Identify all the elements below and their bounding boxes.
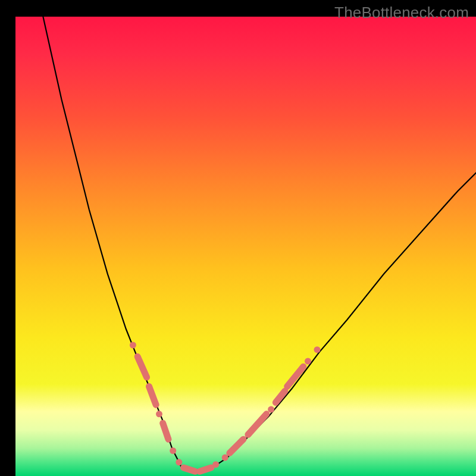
plot-background	[15, 17, 476, 476]
svg-line-8	[200, 468, 211, 471]
svg-line-7	[184, 468, 195, 471]
chart-container: TheBottleneck.com	[0, 0, 476, 476]
bottleneck-curve-chart	[15, 17, 476, 476]
watermark-text: TheBottleneck.com	[334, 4, 469, 22]
